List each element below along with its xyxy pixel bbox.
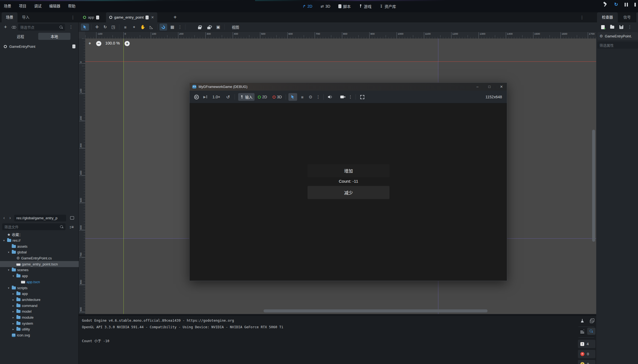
menu-help[interactable]: 帮助	[65, 1, 79, 12]
minimize-button[interactable]: –	[472, 83, 483, 91]
tab-inspector[interactable]: 检查器	[597, 12, 618, 22]
filter-properties-input[interactable]: 筛选属性	[597, 42, 638, 49]
workspace-script[interactable]: 脚本	[336, 4, 353, 9]
view-menu-button[interactable]: 视图	[228, 23, 243, 31]
save-resource-button[interactable]	[618, 23, 625, 31]
ruler-tool-button[interactable]: ◺	[148, 23, 155, 31]
list-item[interactable]: icon.svg	[0, 332, 79, 338]
list-item[interactable]: ▾res://	[0, 238, 79, 244]
move-tool-button[interactable]: ✛	[93, 23, 101, 31]
game-window[interactable]: MyGFrameworkGame (DEBUG) – □ ✕ ▶ 1.0× ↺ …	[189, 82, 507, 281]
menu-debug[interactable]: 调试	[31, 1, 45, 12]
list-item[interactable]: ▸app	[0, 291, 79, 297]
chevron-right-icon[interactable]: ▸	[11, 304, 15, 307]
nav-back-button[interactable]: ‹	[2, 214, 7, 221]
clear-output-button[interactable]	[579, 317, 586, 324]
edited-object-row[interactable]: ⚙ GameEntryPoint.	[597, 32, 638, 40]
chevron-down-icon[interactable]: ▾	[2, 239, 6, 242]
list-item[interactable]: ⚙GameEntryPoint.cs	[0, 255, 79, 261]
tab-partial[interactable]	[636, 12, 638, 22]
center-view-button[interactable]: ⌖	[87, 41, 93, 46]
sort-files-button[interactable]: ↕≡	[68, 223, 75, 230]
chevron-down-icon[interactable]: ▾	[7, 251, 10, 254]
select-tool-button[interactable]	[81, 23, 89, 31]
list-item[interactable]: ★收藏：	[0, 232, 79, 238]
chevron-right-icon[interactable]: ▸	[11, 298, 15, 301]
viewport-hscrollbar[interactable]	[264, 309, 488, 312]
collapse-duplicates-button[interactable]	[579, 328, 586, 335]
reset-speed-button[interactable]: ↺	[225, 93, 232, 101]
list-item[interactable]: ▾scripts	[0, 285, 79, 291]
maximize-button[interactable]: □	[484, 83, 495, 91]
unlock-selected-button[interactable]	[205, 23, 212, 31]
camera-options-icon[interactable]: ⋮	[347, 93, 353, 101]
scene-dock-menu-icon[interactable]: ⋮	[69, 12, 77, 22]
build-button[interactable]	[603, 2, 608, 7]
list-item[interactable]: ▾global	[0, 249, 79, 255]
rotate-tool-button[interactable]: ↻	[102, 23, 109, 31]
new-tab-button[interactable]: +	[171, 12, 179, 22]
list-select-button[interactable]: ≡	[122, 23, 129, 31]
next-frame-button[interactable]: ▶	[202, 93, 209, 101]
close-button[interactable]: ✕	[496, 83, 507, 91]
filter-files-input[interactable]: 筛选文件	[2, 223, 66, 230]
scene-tree-root-node[interactable]: GameEntryPoint	[4, 43, 75, 50]
2d-mode-button[interactable]: 2D	[256, 93, 269, 101]
search-output-button[interactable]	[587, 328, 595, 335]
input-mode-button[interactable]: 输入	[238, 93, 255, 101]
chevron-right-icon[interactable]: ▸	[11, 310, 15, 313]
chevron-right-icon[interactable]: ▸	[11, 328, 15, 331]
scene-dock-options-icon[interactable]: ⋮	[68, 23, 74, 31]
warnings-filter-badge[interactable]: !0	[578, 360, 595, 364]
list-item[interactable]: ▾app	[0, 273, 79, 279]
zoom-out-button[interactable]: −	[96, 41, 101, 46]
chevron-right-icon[interactable]: ▸	[11, 322, 15, 325]
list-item[interactable]: ▸system	[0, 320, 79, 326]
chevron-right-icon[interactable]: ▸	[11, 316, 15, 319]
pause-button[interactable]	[625, 3, 628, 7]
pan-tool-button[interactable]: ✋	[139, 23, 146, 31]
chevron-right-icon[interactable]: ▸	[11, 292, 15, 295]
attached-script-icon[interactable]	[72, 45, 75, 48]
list-item[interactable]: ▾scenes	[0, 267, 79, 273]
list-item[interactable]: ▸command	[0, 303, 79, 309]
snap-options-icon[interactable]: ⋮	[177, 23, 183, 31]
embed-fullscreen-button[interactable]	[358, 93, 366, 101]
game-window-titlebar[interactable]: MyGFrameworkGame (DEBUG) – □ ✕	[190, 83, 507, 91]
chevron-down-icon[interactable]: ▾	[7, 268, 10, 271]
messages-filter-badge[interactable]: !4	[578, 340, 595, 348]
scene-tab-game-entry-point[interactable]: game_entry_point ✕	[106, 12, 157, 22]
pivot-tool-button[interactable]: ⌖	[131, 23, 138, 31]
close-tab-icon[interactable]: ✕	[151, 15, 154, 19]
3d-mode-button[interactable]: 3D	[271, 93, 283, 101]
increase-button[interactable]: 增加	[308, 164, 389, 177]
copy-output-button[interactable]	[588, 317, 594, 324]
zoom-in-button[interactable]: +	[125, 41, 130, 46]
new-resource-button[interactable]	[599, 23, 606, 31]
menu-editor[interactable]: 编辑器	[46, 1, 64, 12]
decrease-button[interactable]: 减少	[308, 186, 389, 199]
tab-import-dock[interactable]: 导入	[18, 12, 33, 22]
list-item[interactable]: ▸utility	[0, 326, 79, 332]
workspace-game[interactable]: 游戏	[357, 4, 374, 9]
scene-tabs-menu-icon[interactable]: ⋮	[578, 12, 586, 22]
output-panel[interactable]: Godot Engine v4.6.stable.mono.official.8…	[79, 315, 596, 364]
focus-node-button[interactable]: ⊙	[307, 93, 314, 101]
tab-scene-dock[interactable]: 场景	[2, 12, 17, 22]
split-view-button[interactable]	[68, 214, 76, 221]
list-item[interactable]: ▸architecture	[0, 297, 79, 303]
grid-snap-button[interactable]: ▦	[169, 23, 176, 31]
suspend-button[interactable]	[193, 93, 200, 101]
camera-override-button[interactable]	[338, 93, 346, 101]
tab-signals[interactable]: 信号	[619, 12, 635, 22]
load-resource-button[interactable]	[609, 23, 615, 31]
instance-scene-button[interactable]	[10, 23, 17, 31]
chevron-down-icon[interactable]: ▾	[7, 286, 10, 289]
scene-tab-app[interactable]: app	[80, 12, 102, 22]
selection-options-icon[interactable]: ⋮	[315, 93, 321, 101]
viewport-vscrollbar[interactable]	[592, 130, 595, 242]
menu-project[interactable]: 项目	[16, 1, 29, 12]
nav-forward-button[interactable]: ›	[8, 214, 13, 221]
lock-selected-button[interactable]	[196, 23, 203, 31]
menu-scene[interactable]: 场景	[1, 1, 14, 12]
